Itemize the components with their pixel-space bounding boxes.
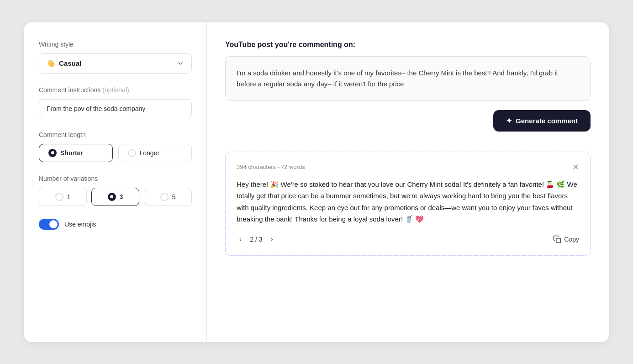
current-page: 2	[250, 236, 253, 243]
comment-length-options: Shorter Longer	[39, 144, 192, 162]
page-separator: /	[255, 236, 259, 243]
writing-style-dropdown[interactable]: 👋 Casual	[39, 53, 192, 74]
word-count: 72 words	[281, 164, 305, 170]
optional-label: (optional)	[102, 86, 129, 94]
variation-1-label: 1	[67, 193, 71, 200]
generate-btn-label: Generate comment	[516, 117, 578, 125]
copy-button[interactable]: Copy	[553, 235, 579, 243]
use-emojis-label: Use emojis	[64, 221, 96, 228]
shorter-label: Shorter	[60, 149, 83, 157]
variation-5-radio	[160, 193, 169, 201]
longer-radio	[128, 149, 136, 157]
prev-page-button[interactable]: ‹	[237, 234, 244, 244]
shorter-radio	[48, 149, 57, 157]
variation-5-button[interactable]: 5	[144, 188, 192, 206]
variation-3-label: 3	[120, 193, 123, 200]
yt-post-label: YouTube post you're commenting on:	[225, 41, 591, 49]
use-emojis-toggle[interactable]	[39, 219, 59, 230]
variation-1-radio	[55, 193, 63, 201]
variation-3-button[interactable]: 3	[91, 188, 139, 206]
shorter-button[interactable]: Shorter	[39, 144, 113, 162]
writing-style-label: Writing style	[39, 41, 192, 48]
writing-style-value: Casual	[59, 59, 81, 67]
generate-comment-button[interactable]: ✦ Generate comment	[493, 110, 591, 132]
chevron-down-icon	[177, 60, 184, 67]
stat-dot: ·	[278, 164, 281, 170]
use-emojis-row: Use emojis	[39, 219, 192, 230]
casual-emoji: 👋	[47, 59, 55, 68]
comment-instructions-label: Comment instructions (optional)	[39, 86, 192, 94]
comment-length-label: Comment length	[39, 131, 192, 138]
copy-icon	[553, 235, 561, 243]
comment-instructions-input[interactable]	[39, 99, 192, 118]
close-result-button[interactable]: ✕	[572, 163, 579, 171]
variation-3-radio	[108, 193, 116, 201]
copy-label: Copy	[564, 236, 579, 243]
generated-comment-text: Hey there! 🎉 We're so stoked to hear tha…	[237, 179, 579, 225]
variations-label: Number of variations	[39, 175, 192, 182]
left-panel: Writing style 👋 Casual Comment instructi…	[24, 22, 207, 342]
character-count: 394 characters	[237, 164, 276, 170]
comment-footer: ‹ 2 / 3 › Copy	[237, 234, 579, 244]
main-container: Writing style 👋 Casual Comment instructi…	[24, 22, 609, 342]
pagination: ‹ 2 / 3 ›	[237, 234, 276, 244]
longer-label: Longer	[140, 149, 160, 157]
comment-stats: 394 characters · 72 words	[237, 164, 305, 170]
right-panel: YouTube post you're commenting on: I'm a…	[207, 22, 609, 342]
next-page-button[interactable]: ›	[268, 234, 276, 244]
yt-post-text: I'm a soda drinker and honestly it's one…	[225, 56, 591, 101]
variation-1-button[interactable]: 1	[39, 188, 87, 206]
longer-button[interactable]: Longer	[118, 144, 192, 162]
sparkle-icon: ✦	[506, 116, 512, 125]
variation-5-label: 5	[172, 193, 176, 200]
page-indicator: 2 / 3	[250, 236, 262, 243]
svg-rect-0	[556, 238, 561, 243]
total-pages: 3	[259, 236, 263, 243]
variations-options: 1 3 5	[39, 188, 192, 206]
comment-result-box: 394 characters · 72 words ✕ Hey there! 🎉…	[225, 152, 591, 256]
comment-meta: 394 characters · 72 words ✕	[237, 163, 579, 171]
